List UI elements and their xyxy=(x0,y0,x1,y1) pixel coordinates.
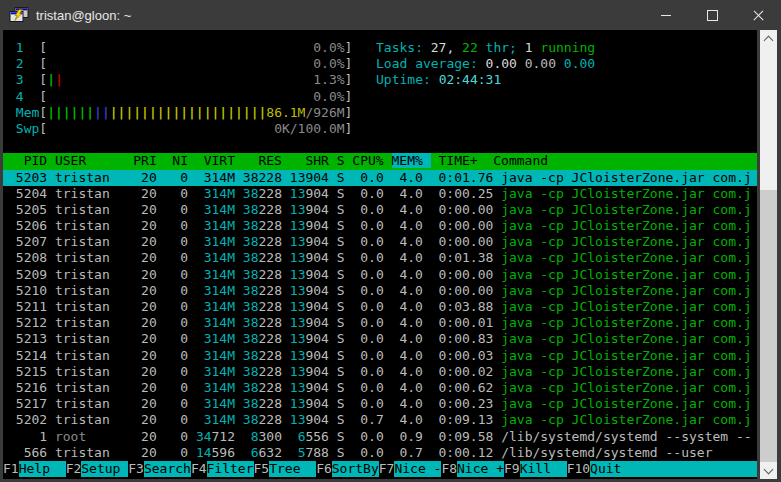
fkey-F4[interactable]: F4Filter xyxy=(191,461,254,477)
fkey-F8[interactable]: F8Nice + xyxy=(441,461,504,477)
process-row[interactable]: 5205 tristan 20 0 314M 38228 13904 S 0.0… xyxy=(3,202,757,218)
user-cell: tristan xyxy=(55,170,133,185)
user-cell: tristan xyxy=(55,412,133,427)
scrollbar-thumb[interactable] xyxy=(760,190,777,462)
shr-cell: 13 xyxy=(290,299,306,314)
command-cell: java -cp JCloisterZone.jar com.j xyxy=(501,283,751,298)
pid-cell: 566 xyxy=(8,445,55,460)
fkey-F2[interactable]: F2Setup xyxy=(66,461,129,477)
res-cell: 38 xyxy=(243,267,259,282)
shr-cell: 904 xyxy=(305,170,336,185)
virt-cell xyxy=(196,299,204,314)
virt-cell xyxy=(196,202,204,217)
function-key-bar: F1Help F2Setup F3SearchF4FilterF5Tree F6… xyxy=(3,461,757,477)
process-row[interactable]: 5208 tristan 20 0 314M 38228 13904 S 0.0… xyxy=(3,250,757,266)
virt-cell: 314M xyxy=(204,202,235,217)
fkey-F6[interactable]: F6SortBy xyxy=(316,461,379,477)
process-row[interactable]: 5213 tristan 20 0 314M 38228 13904 S 0.0… xyxy=(3,331,757,347)
fkey-F3[interactable]: F3Search xyxy=(128,461,191,477)
user-cell: tristan xyxy=(55,348,133,363)
process-row[interactable]: 5212 tristan 20 0 314M 38228 13904 S 0.0… xyxy=(3,315,757,331)
virt-cell xyxy=(196,218,204,233)
fkey-label: Nice + xyxy=(457,461,504,477)
fkey-F9[interactable]: F9Kill xyxy=(504,461,567,477)
res-cell: 38 xyxy=(243,170,259,185)
shr-cell: 904 xyxy=(305,315,336,330)
process-row[interactable]: 5211 tristan 20 0 314M 38228 13904 S 0.0… xyxy=(3,299,757,315)
fkey-F5[interactable]: F5Tree xyxy=(254,461,317,477)
pid-cell: 1 xyxy=(8,429,55,444)
pid-cell: 5209 xyxy=(8,267,55,282)
minimize-icon xyxy=(661,15,671,16)
virt-cell: 712 xyxy=(212,429,243,444)
fkey-label: Tree xyxy=(269,461,316,477)
scrollbar-down-button[interactable] xyxy=(760,462,777,479)
htop-screen: 1 [ 0.0%] 2 [ 0.0%] 3 [|| 1.3%] 4 [ 0.0%… xyxy=(3,40,757,461)
shr-cell: 13 xyxy=(290,202,306,217)
meter-space xyxy=(47,89,313,104)
user-cell: tristan xyxy=(55,396,133,411)
pid-cell: 5203 xyxy=(8,170,55,185)
process-row[interactable]: 5215 tristan 20 0 314M 38228 13904 S 0.0… xyxy=(3,364,757,380)
process-row[interactable]: 5202 tristan 20 0 314M 38228 13904 S 0.7… xyxy=(3,412,757,428)
meter-bracket: ] xyxy=(345,105,353,120)
res-cell: 38 xyxy=(243,315,259,330)
process-row[interactable]: 5217 tristan 20 0 314M 38228 13904 S 0.0… xyxy=(3,396,757,412)
pid-cell: 5213 xyxy=(8,331,55,346)
shr-cell: 904 xyxy=(305,218,336,233)
process-row-selected[interactable]: 5203 tristan 20 0 314M 38228 13904 S 0.0… xyxy=(3,170,757,186)
shr-cell: 904 xyxy=(305,331,336,346)
scrollbar-up-button[interactable] xyxy=(760,30,777,47)
state-cpu-mem-time-cells: S 0.0 4.0 0:01.38 xyxy=(337,250,501,265)
state-cpu-mem-time-cells: S 0.0 4.0 0:03.88 xyxy=(337,299,501,314)
pid-cell: 5206 xyxy=(8,218,55,233)
fkey-key: F2 xyxy=(66,461,82,477)
process-row[interactable]: 5210 tristan 20 0 314M 38228 13904 S 0.0… xyxy=(3,283,757,299)
shr-cell: 904 xyxy=(305,234,336,249)
virt-cell xyxy=(235,348,243,363)
virt-cell xyxy=(235,267,243,282)
fkey-key: F4 xyxy=(191,461,207,477)
minimize-button[interactable] xyxy=(643,0,689,30)
pid-cell: 5215 xyxy=(8,364,55,379)
shr-cell: 13 xyxy=(290,186,306,201)
maximize-button[interactable] xyxy=(689,0,735,30)
fkey-key: F5 xyxy=(254,461,270,477)
virt-cell xyxy=(235,186,243,201)
command-cell: java -cp JCloisterZone.jar com.j xyxy=(501,380,751,395)
fkey-F7[interactable]: F7Nice - xyxy=(379,461,442,477)
process-row[interactable]: 5216 tristan 20 0 314M 38228 13904 S 0.0… xyxy=(3,380,757,396)
state-cpu-mem-time-cells: S 0.0 4.0 0:00.00 xyxy=(337,267,501,282)
uptime-line: Uptime: 02:44:31 xyxy=(376,72,595,88)
close-button[interactable] xyxy=(735,0,781,30)
scrollbar[interactable] xyxy=(760,30,777,479)
shr-cell: 13 xyxy=(290,218,306,233)
shr-cell: 13 xyxy=(290,364,306,379)
pri-ni-cells: 20 0 xyxy=(133,331,196,346)
header-cell-mem-sort[interactable]: MEM% xyxy=(392,153,431,168)
process-row[interactable]: 566 tristan 20 0 14596 6632 5788 S 0.0 0… xyxy=(3,445,757,461)
fkey-F10[interactable]: F10Quit xyxy=(567,461,637,477)
virt-cell: 596 xyxy=(212,445,243,460)
uptime-line-segment: 02:44:31 xyxy=(439,72,502,87)
process-row[interactable]: 1 root 20 0 34712 8300 6556 S 0.0 0.9 0:… xyxy=(3,429,757,445)
res-cell: 228 xyxy=(259,234,290,249)
meter-bar-green: |||||| xyxy=(47,105,94,120)
fkey-label: Kill xyxy=(520,461,567,477)
user-cell: tristan xyxy=(55,283,133,298)
res-cell: 38 xyxy=(243,364,259,379)
virt-cell xyxy=(196,380,204,395)
pid-cell: 5212 xyxy=(8,315,55,330)
state-cpu-mem-time-cells: S 0.0 4.0 0:00.01 xyxy=(337,315,501,330)
fkey-F1[interactable]: F1Help xyxy=(3,461,66,477)
virt-cell xyxy=(235,234,243,249)
process-row[interactable]: 5206 tristan 20 0 314M 38228 13904 S 0.0… xyxy=(3,218,757,234)
state-cpu-mem-time-cells: S 0.0 4.0 0:00.00 xyxy=(337,283,501,298)
command-cell: java -cp JCloisterZone.jar com.j xyxy=(501,267,751,282)
process-row[interactable]: 5204 tristan 20 0 314M 38228 13904 S 0.0… xyxy=(3,186,757,202)
maximize-icon xyxy=(707,10,718,21)
process-row[interactable]: 5207 tristan 20 0 314M 38228 13904 S 0.0… xyxy=(3,234,757,250)
process-row[interactable]: 5209 tristan 20 0 314M 38228 13904 S 0.0… xyxy=(3,267,757,283)
process-row[interactable]: 5214 tristan 20 0 314M 38228 13904 S 0.0… xyxy=(3,348,757,364)
load-average-line-segment: 0.00 xyxy=(486,56,525,71)
